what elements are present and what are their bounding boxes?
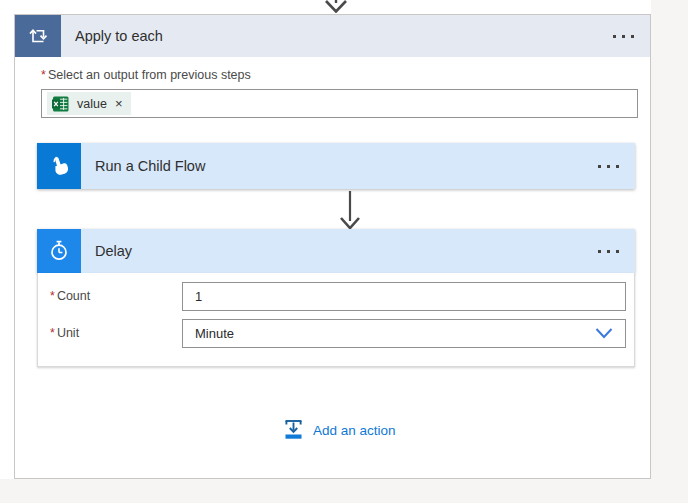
connector-arrow-top xyxy=(322,0,350,13)
value-token-chip[interactable]: value × xyxy=(47,92,131,115)
more-options-icon[interactable] xyxy=(597,25,650,48)
touch-run-icon xyxy=(47,154,71,178)
token-label: value xyxy=(77,97,107,111)
unit-dropdown-value: Minute xyxy=(195,326,234,341)
chevron-down-icon[interactable] xyxy=(595,328,613,339)
scope-title: Apply to each xyxy=(75,28,163,44)
unit-dropdown[interactable]: Minute xyxy=(182,319,626,348)
connector-arrow-mid xyxy=(336,191,364,230)
required-asterisk: * xyxy=(50,326,55,340)
count-label-text: Count xyxy=(57,289,90,303)
loop-icon xyxy=(27,25,49,47)
child-flow-title: Run a Child Flow xyxy=(95,158,205,174)
flow-designer-canvas: Apply to each *Select an output from pre… xyxy=(0,0,688,503)
add-action-insert-icon xyxy=(283,418,304,442)
delay-icon-box xyxy=(37,229,81,273)
more-options-icon[interactable] xyxy=(582,155,635,178)
delay-card-header[interactable]: Delay xyxy=(37,229,635,273)
delay-title: Delay xyxy=(95,243,132,259)
run-a-child-flow-card[interactable]: Run a Child Flow xyxy=(37,143,635,189)
required-asterisk: * xyxy=(41,68,46,82)
unit-label-text: Unit xyxy=(57,326,79,340)
remove-token-icon[interactable]: × xyxy=(115,96,123,111)
unit-label: *Unit xyxy=(50,326,79,340)
apply-to-each-header[interactable]: Apply to each xyxy=(15,15,650,57)
select-output-label-text: Select an output from previous steps xyxy=(48,68,251,82)
select-output-label: *Select an output from previous steps xyxy=(41,68,251,82)
excel-icon xyxy=(52,96,69,112)
add-action-label: Add an action xyxy=(313,423,396,438)
count-input[interactable] xyxy=(182,282,626,311)
count-label: *Count xyxy=(50,289,90,303)
select-output-input[interactable]: value × xyxy=(41,89,638,118)
stopwatch-icon xyxy=(47,239,71,263)
run-child-flow-icon-box xyxy=(37,143,81,189)
delay-card-body: *Count *Unit Minute xyxy=(37,273,635,367)
apply-to-each-icon-box xyxy=(15,15,61,57)
add-action-button[interactable]: Add an action xyxy=(283,415,396,445)
more-options-icon[interactable] xyxy=(582,240,635,263)
apply-to-each-scope: Apply to each *Select an output from pre… xyxy=(14,14,651,479)
required-asterisk: * xyxy=(50,289,55,303)
